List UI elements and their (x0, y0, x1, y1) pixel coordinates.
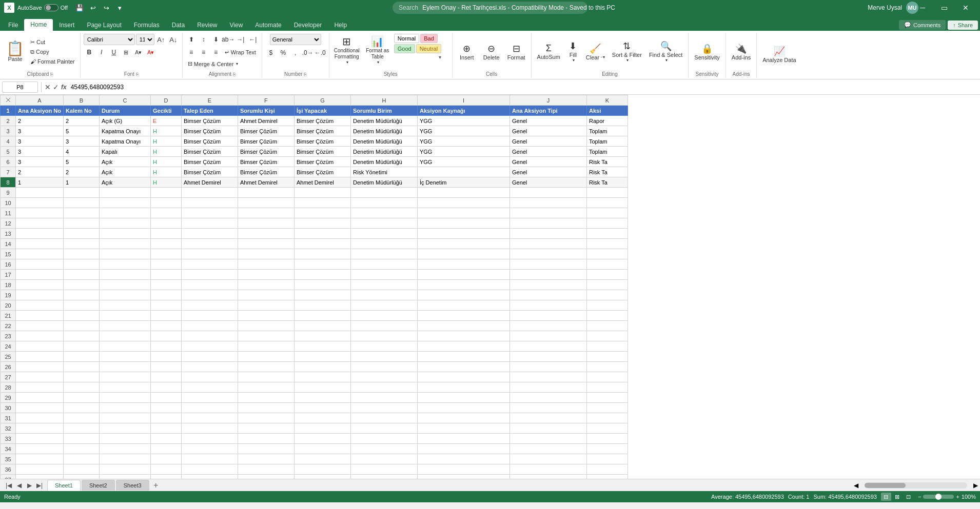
header-cell-c[interactable]: Durum (99, 106, 150, 116)
empty-cell[interactable] (99, 198, 150, 208)
empty-cell[interactable] (350, 454, 417, 464)
empty-cell[interactable] (238, 393, 294, 403)
empty-cell[interactable] (99, 464, 150, 475)
empty-cell[interactable] (99, 331, 150, 341)
empty-cell[interactable] (350, 208, 417, 218)
col-header-j[interactable]: J (509, 95, 586, 106)
empty-cell[interactable] (509, 372, 586, 382)
empty-cell[interactable] (417, 423, 509, 434)
empty-cell[interactable] (150, 362, 181, 372)
empty-cell[interactable] (150, 249, 181, 259)
row-num-29[interactable]: 29 (1, 393, 16, 403)
empty-cell[interactable] (294, 321, 350, 331)
empty-cell[interactable] (509, 393, 586, 403)
empty-cell[interactable] (586, 434, 628, 444)
col-header-k[interactable]: K (586, 95, 628, 106)
empty-cell[interactable] (150, 239, 181, 249)
empty-cell[interactable] (238, 352, 294, 362)
empty-cell[interactable] (350, 229, 417, 239)
empty-cell[interactable] (16, 300, 64, 311)
empty-cell[interactable] (417, 249, 509, 259)
empty-cell[interactable] (350, 249, 417, 259)
empty-cell[interactable] (586, 475, 628, 479)
font-color-button[interactable]: A▾ (145, 47, 156, 58)
empty-cell[interactable] (294, 341, 350, 352)
empty-cell[interactable] (181, 475, 238, 479)
empty-cell[interactable] (181, 423, 238, 434)
empty-cell[interactable] (417, 393, 509, 403)
cell-c-8[interactable]: Açık (99, 177, 150, 188)
empty-cell[interactable] (99, 249, 150, 259)
empty-cell[interactable] (238, 341, 294, 352)
sheet-tab-2[interactable]: Sheet2 (82, 480, 115, 491)
empty-cell[interactable] (181, 259, 238, 270)
fill-color-button[interactable]: A▾ (133, 47, 144, 58)
cell-i-3[interactable]: YGG (417, 126, 509, 136)
empty-cell[interactable] (16, 218, 64, 229)
empty-cell[interactable] (99, 475, 150, 479)
empty-cell[interactable] (63, 208, 99, 218)
empty-cell[interactable] (238, 198, 294, 208)
align-middle-button[interactable]: ↕ (198, 34, 209, 45)
empty-cell[interactable] (350, 362, 417, 372)
empty-cell[interactable] (586, 188, 628, 198)
cell-a-3[interactable]: 3 (16, 126, 64, 136)
col-header-f[interactable]: F (238, 95, 294, 106)
empty-cell[interactable] (16, 249, 64, 259)
empty-cell[interactable] (16, 341, 64, 352)
empty-cell[interactable] (238, 280, 294, 290)
empty-cell[interactable] (16, 475, 64, 479)
empty-cell[interactable] (294, 454, 350, 464)
empty-cell[interactable] (509, 290, 586, 300)
empty-cell[interactable] (294, 198, 350, 208)
empty-cell[interactable] (294, 331, 350, 341)
empty-cell[interactable] (181, 362, 238, 372)
empty-cell[interactable] (350, 218, 417, 229)
empty-cell[interactable] (350, 403, 417, 413)
empty-cell[interactable] (350, 393, 417, 403)
empty-cell[interactable] (350, 464, 417, 475)
zoom-slider-thumb[interactable] (935, 494, 942, 500)
empty-cell[interactable] (238, 434, 294, 444)
row-num-37[interactable]: 37 (1, 475, 16, 479)
empty-cell[interactable] (181, 239, 238, 249)
empty-cell[interactable] (586, 218, 628, 229)
empty-cell[interactable] (181, 393, 238, 403)
empty-cell[interactable] (181, 372, 238, 382)
empty-cell[interactable] (417, 403, 509, 413)
empty-cell[interactable] (63, 229, 99, 239)
empty-cell[interactable] (417, 270, 509, 280)
empty-cell[interactable] (238, 218, 294, 229)
cell-i-4[interactable]: YGG (417, 136, 509, 147)
empty-cell[interactable] (63, 341, 99, 352)
empty-cell[interactable] (16, 393, 64, 403)
increase-decimal-button[interactable]: .0→ (302, 47, 313, 58)
row-num-24[interactable]: 24 (1, 341, 16, 352)
redo-button[interactable]: ↪ (101, 3, 112, 13)
empty-cell[interactable] (350, 331, 417, 341)
row-num-7[interactable]: 7 (1, 167, 16, 177)
empty-cell[interactable] (150, 434, 181, 444)
empty-cell[interactable] (238, 208, 294, 218)
tab-review[interactable]: Review (191, 19, 223, 31)
neutral-style-button[interactable]: Neutral (416, 44, 441, 53)
empty-cell[interactable] (294, 208, 350, 218)
sheet-container[interactable]: A B C D E F G H I J K (0, 95, 980, 479)
clear-button[interactable]: 🧹 Clear ~▾ (583, 42, 607, 62)
empty-cell[interactable] (586, 413, 628, 423)
empty-cell[interactable] (99, 218, 150, 229)
cell-e-8[interactable]: Ahmet Demirel (181, 177, 238, 188)
empty-cell[interactable] (350, 280, 417, 290)
empty-cell[interactable] (586, 321, 628, 331)
empty-cell[interactable] (509, 321, 586, 331)
empty-cell[interactable] (238, 249, 294, 259)
empty-cell[interactable] (63, 434, 99, 444)
cell-b-7[interactable]: 2 (63, 167, 99, 177)
empty-cell[interactable] (586, 259, 628, 270)
cell-g-2[interactable]: Bimser Çözüm (294, 116, 350, 126)
row-num-3[interactable]: 3 (1, 126, 16, 136)
cell-j-8[interactable]: Genel (509, 177, 586, 188)
empty-cell[interactable] (181, 352, 238, 362)
row-num-27[interactable]: 27 (1, 372, 16, 382)
empty-cell[interactable] (63, 331, 99, 341)
